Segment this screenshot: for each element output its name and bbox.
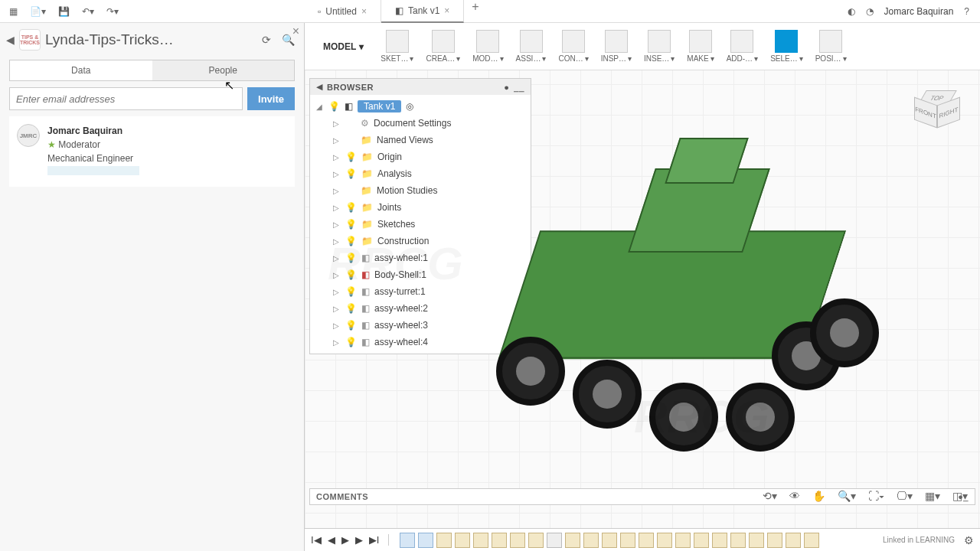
orbit-icon[interactable]: ⟲▾: [760, 488, 780, 504]
help-icon[interactable]: ?: [964, 6, 969, 17]
bulb-icon[interactable]: 💡: [345, 269, 357, 280]
feature-item[interactable]: [730, 533, 746, 548]
play-icon[interactable]: ▶: [341, 534, 349, 546]
feature-item[interactable]: [565, 533, 580, 548]
fit-icon[interactable]: ⛶▾: [865, 488, 887, 504]
grid-icon[interactable]: ▦: [9, 6, 18, 17]
feature-item[interactable]: [583, 533, 599, 548]
ribbon-select[interactable]: SELE… ▾: [764, 28, 809, 64]
arrow-right-icon[interactable]: ▷: [333, 119, 341, 128]
tab-untitled[interactable]: ▫ Untitled ×: [304, 0, 381, 23]
arrow-right-icon[interactable]: ▷: [333, 220, 341, 229]
refresh-icon[interactable]: ⟳: [259, 31, 274, 49]
feature-item[interactable]: [767, 533, 782, 548]
feature-item[interactable]: [602, 533, 617, 548]
bulb-icon[interactable]: 💡: [345, 320, 357, 331]
step-forward-icon[interactable]: ▶: [355, 534, 363, 546]
arrow-down-icon[interactable]: ◢: [316, 103, 324, 111]
tab-people[interactable]: People: [152, 60, 295, 80]
feature-item[interactable]: [694, 533, 709, 548]
ribbon-position[interactable]: POSI… ▾: [809, 28, 853, 64]
feature-item[interactable]: [786, 533, 801, 548]
pan-icon[interactable]: ✋: [809, 488, 828, 504]
file-icon[interactable]: 📄▾: [30, 6, 46, 17]
ribbon-inspect[interactable]: INSP… ▾: [595, 28, 638, 64]
person-card[interactable]: JMRC Jomarc Baquiran ★ Moderator Mechani…: [9, 116, 295, 187]
browser-header[interactable]: ◀ BROWSER ● ⎯⎯: [310, 79, 531, 95]
feature-item[interactable]: [749, 533, 764, 548]
bulb-icon[interactable]: 💡: [345, 337, 357, 347]
feature-item[interactable]: [455, 533, 470, 548]
arrow-right-icon[interactable]: ▷: [333, 338, 341, 347]
feature-item[interactable]: [436, 533, 452, 548]
extensions-icon[interactable]: ◐: [848, 6, 855, 17]
arrow-right-icon[interactable]: ▷: [333, 136, 341, 145]
bullet-icon[interactable]: ●: [504, 83, 509, 92]
back-button[interactable]: ◀: [6, 34, 15, 46]
step-back-icon[interactable]: ◀: [328, 534, 335, 546]
feature-item[interactable]: [657, 533, 672, 548]
bulb-icon[interactable]: 💡: [345, 152, 357, 162]
ribbon-create[interactable]: CREA… ▾: [420, 28, 466, 64]
arrow-right-icon[interactable]: ▷: [333, 288, 341, 296]
workspace-dropdown[interactable]: MODEL ▾: [312, 41, 374, 52]
arrow-right-icon[interactable]: ▷: [333, 321, 341, 330]
tab-data[interactable]: Data: [10, 60, 152, 80]
target-icon[interactable]: ◎: [406, 101, 413, 112]
collapse-icon[interactable]: ◀: [316, 82, 322, 92]
arrow-right-icon[interactable]: ▷: [333, 187, 341, 195]
ribbon-sketch[interactable]: SKET… ▾: [374, 28, 420, 64]
bulb-icon[interactable]: 💡: [345, 286, 357, 297]
user-name[interactable]: Jomarc Baquiran: [884, 6, 954, 17]
undo-icon[interactable]: ↶▾: [82, 6, 94, 17]
bulb-icon[interactable]: 💡: [345, 253, 357, 263]
ribbon-assemble[interactable]: ASSI… ▾: [510, 28, 553, 64]
arrow-right-icon[interactable]: ▷: [333, 271, 341, 279]
bulb-icon[interactable]: 💡: [345, 219, 357, 230]
arrow-right-icon[interactable]: ▷: [333, 305, 341, 313]
feature-item[interactable]: [712, 533, 727, 548]
feature-item[interactable]: [492, 533, 507, 548]
viewport-icon[interactable]: ◫▾: [949, 488, 971, 504]
email-input[interactable]: [9, 87, 243, 110]
close-icon[interactable]: ×: [444, 5, 449, 16]
ribbon-insert[interactable]: INSE… ▾: [638, 28, 681, 64]
canvas[interactable]: MODEL ▾ SKET… ▾ CREA… ▾ MOD… ▾ ASSI… ▾ C…: [305, 23, 980, 551]
grid-display-icon[interactable]: ▦▾: [922, 488, 943, 504]
panel-close-button[interactable]: ×: [292, 24, 299, 38]
arrow-right-icon[interactable]: ▷: [333, 153, 341, 161]
redo-icon[interactable]: ↷▾: [106, 6, 119, 17]
settings-icon[interactable]: ⚙: [964, 534, 974, 546]
feature-item[interactable]: [528, 533, 544, 548]
skip-start-icon[interactable]: I◀: [311, 534, 322, 546]
tank-model[interactable]: [450, 122, 879, 452]
bulb-icon[interactable]: 💡: [345, 168, 357, 179]
feature-item[interactable]: [418, 533, 433, 548]
feature-item[interactable]: [675, 533, 691, 548]
ribbon-addins[interactable]: ADD-… ▾: [720, 28, 764, 64]
feature-item[interactable]: [639, 533, 654, 548]
display-icon[interactable]: 🖵▾: [893, 488, 916, 504]
arrow-right-icon[interactable]: ▷: [333, 204, 341, 212]
arrow-right-icon[interactable]: ▷: [333, 170, 341, 178]
view-cube[interactable]: TOP FRONT RIGHT: [911, 84, 965, 138]
bulb-icon[interactable]: 💡: [345, 236, 357, 246]
save-icon[interactable]: 💾: [58, 6, 70, 17]
invite-button[interactable]: Invite: [247, 87, 295, 110]
ribbon-make[interactable]: MAKE ▾: [681, 28, 720, 64]
ribbon-modify[interactable]: MOD… ▾: [466, 28, 509, 64]
feature-item[interactable]: [400, 533, 415, 548]
feature-item[interactable]: [804, 533, 819, 548]
ribbon-construct[interactable]: CON… ▾: [552, 28, 594, 64]
feature-item[interactable]: [473, 533, 488, 548]
feature-item[interactable]: [510, 533, 525, 548]
bulb-icon[interactable]: 💡: [345, 202, 357, 213]
arrow-right-icon[interactable]: ▷: [333, 237, 341, 246]
slider-icon[interactable]: ⎯⎯: [514, 83, 524, 92]
arrow-right-icon[interactable]: ▷: [333, 254, 341, 262]
skip-end-icon[interactable]: ▶I: [369, 534, 380, 546]
close-icon[interactable]: ×: [361, 6, 367, 17]
feature-item[interactable]: [620, 533, 635, 548]
look-icon[interactable]: 👁: [786, 488, 803, 504]
zoom-icon[interactable]: 🔍▾: [835, 488, 859, 504]
